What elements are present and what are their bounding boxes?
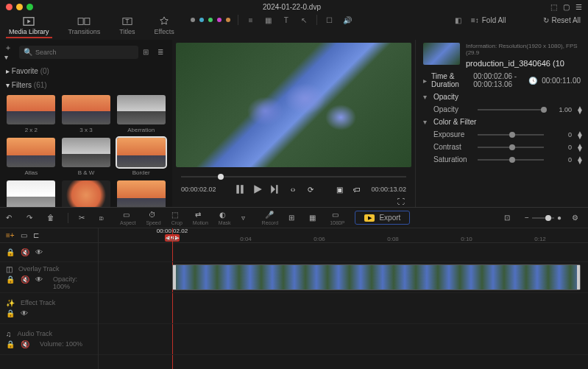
visibility-icon[interactable]: 👁 xyxy=(35,248,43,256)
snapshot-button[interactable]: ▣ xyxy=(334,184,344,194)
video-clip[interactable] xyxy=(172,264,581,290)
fold-all-button[interactable]: ≡↕Fold All xyxy=(471,16,506,24)
list-view-icon[interactable]: ≣ xyxy=(157,48,168,56)
opacity-value[interactable]: 1.00 xyxy=(551,106,572,113)
add-track-button[interactable]: ≡+ xyxy=(6,231,15,239)
tool-14[interactable]: ▦ xyxy=(309,214,319,222)
speed-tool[interactable]: ⏱Speed xyxy=(146,211,160,225)
color-labels[interactable] xyxy=(191,18,230,22)
undo-button[interactable]: ↶ xyxy=(6,214,16,222)
contrast-stepper[interactable]: ▲▼ xyxy=(576,144,581,151)
prev-next-button[interactable]: ‹› xyxy=(288,184,298,194)
chevron-down-icon[interactable]: ▾ xyxy=(423,118,429,126)
titlebar-icon-3[interactable]: ☰ xyxy=(575,3,582,11)
exposure-value[interactable]: 0 xyxy=(551,131,572,138)
crop-tool[interactable]: ⬚Crop xyxy=(171,211,183,225)
scrub-bar[interactable] xyxy=(181,172,406,181)
clip-handle-left[interactable] xyxy=(173,265,176,289)
filter-item[interactable]: Color Glitch xyxy=(116,180,166,207)
track-view-1[interactable]: ▭ xyxy=(21,231,27,239)
mute-icon[interactable]: 🔇 xyxy=(21,340,29,348)
track-row-audio[interactable] xyxy=(99,324,588,355)
tab-media-library[interactable]: Media Library xyxy=(6,15,52,38)
aspect-tool[interactable]: ▭Aspect xyxy=(120,211,135,225)
filter-item[interactable]: Atlas xyxy=(6,138,57,176)
lock-icon[interactable]: 🔒 xyxy=(6,309,15,317)
fit-button[interactable]: ⊡ xyxy=(504,214,514,222)
play-button[interactable] xyxy=(252,184,263,194)
loop-button[interactable]: ⟳ xyxy=(305,184,316,194)
tab-transitions[interactable]: Transitions xyxy=(65,15,104,38)
video-preview[interactable] xyxy=(176,43,411,167)
delete-button[interactable]: 🗑 xyxy=(47,214,57,222)
saturation-value[interactable]: 0 xyxy=(551,156,572,164)
mute-icon[interactable]: 🔇 xyxy=(21,248,29,256)
filter-item-selected[interactable]: Border xyxy=(116,138,166,176)
filters-section[interactable]: ▾ Filters (61) xyxy=(0,78,172,92)
contrast-value[interactable]: 0 xyxy=(551,144,572,151)
filter-item[interactable]: 3 x 3 xyxy=(61,95,112,133)
panel-toggle[interactable]: ◧ xyxy=(453,15,464,25)
filter-item[interactable]: Aberration xyxy=(116,95,166,133)
tab-titles[interactable]: T Titles xyxy=(116,15,138,38)
mask-tool[interactable]: ◐Mask xyxy=(219,211,231,225)
titlebar-icon-1[interactable]: ⬚ xyxy=(550,3,557,11)
search-input[interactable]: 🔍 xyxy=(19,46,138,59)
opacity-slider[interactable] xyxy=(478,109,544,110)
text-icon[interactable]: T xyxy=(281,15,291,25)
resolution-tool[interactable]: ▭1080P xyxy=(330,211,344,225)
split-tool[interactable]: ⎄ xyxy=(99,214,110,222)
chevron-down-icon[interactable]: ▾ xyxy=(423,93,429,101)
tab-effects[interactable]: Effects xyxy=(151,15,177,38)
record-tool[interactable]: 🎤Record xyxy=(262,211,279,225)
cut-tool[interactable]: ✂ xyxy=(79,214,89,222)
zoom-control[interactable]: −● xyxy=(525,214,562,222)
clock-icon[interactable]: 🕓 xyxy=(528,77,537,85)
lock-icon[interactable]: 🔒 xyxy=(6,340,15,348)
lock-icon[interactable]: 🔒 xyxy=(6,248,15,256)
marker-button[interactable]: 🏷 xyxy=(352,184,362,194)
add-media-button[interactable]: ＋ ▾ xyxy=(4,43,15,61)
saturation-stepper[interactable]: ▲▼ xyxy=(576,156,581,164)
lock-icon[interactable]: 🔒 xyxy=(6,275,15,290)
track-head-1[interactable]: 🔒🔇👁 xyxy=(0,243,98,262)
saturation-slider[interactable] xyxy=(478,159,544,161)
filter-item[interactable]: Circular Mask xyxy=(61,180,112,207)
opacity-stepper[interactable]: ▲▼ xyxy=(576,106,581,113)
filter-item[interactable]: Cartoon xyxy=(6,180,57,207)
visibility-icon[interactable]: 👁 xyxy=(21,309,28,317)
next-frame-button[interactable] xyxy=(270,184,280,194)
titlebar-icon-2[interactable]: ▢ xyxy=(563,3,570,11)
redo-button[interactable]: ↷ xyxy=(26,214,37,222)
exposure-slider[interactable] xyxy=(478,134,544,136)
pause-button[interactable] xyxy=(235,184,245,194)
volume-icon[interactable]: 🔊 xyxy=(342,15,353,25)
motion-tool[interactable]: ⇄Motion xyxy=(193,211,208,225)
chevron-icon[interactable]: ▸ xyxy=(423,77,427,85)
cursor-icon[interactable]: ↖ xyxy=(299,15,309,25)
mute-icon[interactable]: 🔇 xyxy=(21,275,29,290)
clip-handle-right[interactable] xyxy=(577,265,580,289)
insert-tool[interactable]: ⊞ xyxy=(288,214,299,222)
filter-item[interactable]: 2 x 2 xyxy=(6,95,57,133)
checkbox-icon[interactable]: ☐ xyxy=(325,15,335,25)
exposure-stepper[interactable]: ▲▼ xyxy=(576,131,581,138)
maximize-window[interactable] xyxy=(26,4,33,10)
close-window[interactable] xyxy=(6,4,13,10)
minimize-window[interactable] xyxy=(16,4,23,10)
track-row-overlay[interactable] xyxy=(99,262,588,293)
track-head-effect[interactable]: ✨Effect Track 🔒👁 xyxy=(0,293,98,324)
grid-view-icon[interactable]: ⊞ xyxy=(143,48,153,56)
fullscreen-button[interactable]: ⛶ xyxy=(397,197,405,205)
contrast-slider[interactable] xyxy=(478,147,544,148)
reset-all-button[interactable]: ↻Reset All xyxy=(543,16,581,24)
track-head-overlay[interactable]: ◫Overlay Track 🔒🔇👁Opacity: 100% xyxy=(0,262,98,293)
settings-tool[interactable]: ⚙ xyxy=(572,214,582,222)
align-icon[interactable]: ≡ xyxy=(246,15,256,25)
track-row-1[interactable] xyxy=(99,243,588,262)
track-row-effect[interactable] xyxy=(99,293,588,324)
layout-icon[interactable]: ▦ xyxy=(263,15,274,25)
track-head-audio[interactable]: ♫Audio Track 🔒🔇Volume: 100% xyxy=(0,324,98,355)
favorite-section[interactable]: ▸ Favorite (0) xyxy=(0,64,172,78)
marker-tool[interactable]: ▿ xyxy=(241,214,252,222)
